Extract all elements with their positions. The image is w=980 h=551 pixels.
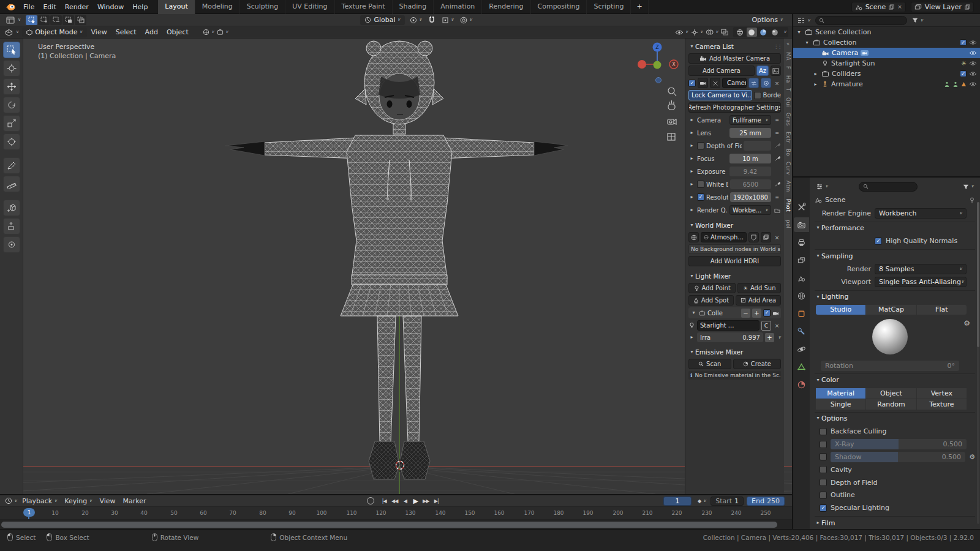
resolution-value[interactable]: 1920x1080 [730,192,771,202]
sidebar-tab-3[interactable]: T [785,88,791,92]
rotation-slider[interactable]: Rotation0° [821,361,959,371]
options-section-header[interactable]: ▾Options [815,413,975,425]
add-area-light-button[interactable]: Add Area [736,295,781,305]
create-emissive-button[interactable]: Create [733,359,781,369]
dof-eyedropper-icon[interactable] [773,143,781,149]
focus-distance-slider[interactable]: 10 m [729,154,771,163]
render-quality-icon[interactable] [773,208,781,213]
sidebar-tab-1[interactable]: F [785,66,791,69]
gizmo-x-neg-axis[interactable] [638,60,646,69]
tab-world[interactable] [794,288,809,303]
playback-menu[interactable]: Playback∨ [18,497,61,505]
expand-icon[interactable]: ▸ [688,156,695,161]
tab-scene[interactable] [794,271,809,285]
world-browse-dropdown[interactable] [688,232,699,242]
pan-hand-icon[interactable] [668,100,675,110]
auto-keyframe-button[interactable] [367,497,374,504]
sidebar-tab-5[interactable]: Gras [785,113,791,126]
collection-exclude-checkbox[interactable]: ✓ [960,70,967,77]
navigation-gizmo[interactable]: Z X [638,43,678,83]
select-intersect-button[interactable] [75,15,86,25]
sidebar-tab-8[interactable]: Curv [785,162,791,175]
irradiance-slider[interactable]: Irra 0.997 [697,332,763,342]
expand-icon[interactable]: ▸ [688,169,695,174]
backface-culling-row[interactable]: Backface Culling [815,425,975,437]
render-quality-dropdown[interactable]: Workbe...∨ [729,205,771,215]
viewport-samples-dropdown[interactable]: Single Pass Anti-Aliasing∨ [875,277,967,287]
color-material-button[interactable]: Material [816,388,865,399]
light-collection-row[interactable]: ▾ Colle − + ✓ [688,307,781,318]
move-tool[interactable] [3,78,20,95]
lens-presets-icon[interactable]: ≡ [773,130,781,136]
tab-material[interactable] [794,377,809,392]
shadow-row[interactable]: Shadow0.500 ⚙ [815,451,975,463]
high-quality-normals-row[interactable]: ✓ High Quality Normals [815,235,975,247]
collection-enable-checkbox[interactable]: ✓ [763,309,771,317]
add-cube-tool[interactable] [3,200,20,216]
xray-toggle[interactable] [720,28,729,37]
sidebar-tab-9[interactable]: Atm [785,181,791,192]
focus-eyedropper-icon[interactable] [773,156,781,162]
fake-user-toggle[interactable] [748,232,759,242]
camera-view-button[interactable] [698,78,708,88]
blender-logo-icon[interactable] [5,2,15,11]
lock-camera-to-view-button[interactable]: Lock Camera to Vi... [688,90,752,100]
select-box-tool[interactable] [3,42,20,58]
shading-wireframe-button[interactable] [735,28,745,37]
workspace-tab-texture-paint[interactable]: Texture Paint [335,0,393,14]
expand-icon[interactable]: ▸ [812,72,819,77]
hide-eye-icon[interactable] [969,81,977,87]
delete-light-button[interactable]: × [773,323,781,329]
mode-dropdown[interactable]: Object Mode∨ [22,28,86,37]
workspace-tab-shading[interactable]: Shading [393,0,434,14]
outliner-filter-icon[interactable]: ∨ [911,15,924,25]
exposure-slider[interactable]: 9.42 [729,167,771,176]
world-mixer-header[interactable]: ▾ World Mixer [688,220,781,230]
add-world-hdri-button[interactable]: Add World HDRI [688,256,781,266]
outliner-row-colliders[interactable]: ▸ Colliders ✓ [793,69,980,79]
visibility-dropdown[interactable]: ∨ [674,28,690,37]
light-mixer-header[interactable]: ▾ Light Mixer [688,271,781,281]
jump-to-end-button[interactable]: ▶| [431,498,442,504]
presets-icon[interactable]: ≡ [773,118,781,123]
gizmo-y-axis[interactable] [654,61,662,69]
irradiance-plus-button[interactable]: + [765,333,774,342]
outliner-row-armature[interactable]: ▸ Armature [793,79,980,89]
expand-icon[interactable]: ▸ [688,118,695,122]
workspace-tab-sculpting[interactable]: Sculpting [240,0,285,14]
shading-rendered-button[interactable] [770,28,780,37]
add-camera-button[interactable]: Add Camera [688,66,755,76]
tab-physics[interactable] [794,342,809,356]
expand-icon[interactable]: ▸ [688,208,695,212]
color-section-header[interactable]: ▾Color [815,374,975,386]
camera-data-badge-icon[interactable] [861,50,869,56]
tab-tool[interactable] [794,200,809,214]
view3d-editor-icon[interactable] [4,28,14,37]
lens-value-slider[interactable]: 25 mm [729,128,771,138]
properties-search-input[interactable] [859,182,918,192]
properties-editor-icon[interactable]: ∨ [815,182,829,192]
extrude-tool[interactable] [3,218,20,234]
camera-swap-button[interactable] [748,78,759,88]
outliner-row-starlight-sun[interactable]: Starlight Sun ☀ [793,58,980,69]
keying-menu[interactable]: Keying∨ [61,497,96,505]
backface-checkbox[interactable] [820,428,827,435]
select-invert-button[interactable] [62,15,74,25]
sensor-type-dropdown[interactable]: Fullframe∨ [729,115,771,125]
expand-icon[interactable]: ▾ [796,30,802,35]
scan-emissive-button[interactable]: Scan [688,359,731,369]
outliner-editor-icon[interactable]: ∨ [797,15,812,25]
outline-checkbox[interactable] [820,492,827,499]
add-sun-light-button[interactable]: ☀ Add Sun [737,283,781,293]
measure-tool[interactable] [3,176,20,192]
marker-menu[interactable]: Marker [119,497,150,505]
zoom-icon[interactable] [668,88,676,96]
outliner-row-camera[interactable]: Camera [793,48,980,58]
add-light-button[interactable]: + [752,309,761,318]
collection-exclude-checkbox[interactable]: ✓ [960,39,967,46]
jump-to-start-button[interactable]: |◀ [379,498,390,504]
timeline-scrollbar[interactable] [1,522,777,528]
studiolight-sphere[interactable] [872,319,908,354]
annotate-tool[interactable] [3,157,20,174]
dof-checkbox[interactable] [697,142,704,149]
